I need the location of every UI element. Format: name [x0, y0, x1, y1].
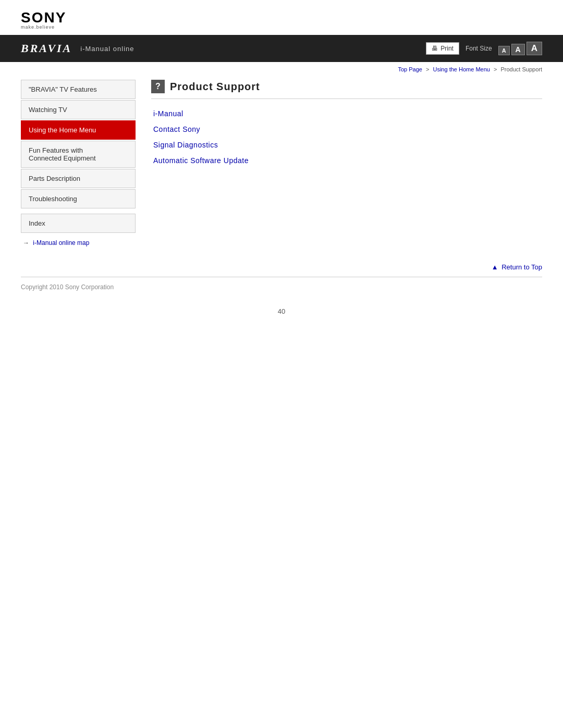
sidebar-map-link-row: → i-Manual online map	[21, 239, 136, 246]
sidebar-item-fun-features-label: Fun Features withConnected Equipment	[29, 146, 96, 162]
link-signal-diagnostics[interactable]: Signal Diagnostics	[153, 141, 542, 149]
sidebar-item-watching-tv[interactable]: Watching TV	[21, 100, 136, 119]
font-size-small-button[interactable]: A	[498, 46, 510, 55]
sidebar-item-troubleshooting-label: Troubleshooting	[29, 195, 77, 203]
font-size-buttons: A A A	[498, 42, 542, 55]
page-number: 40	[0, 297, 563, 326]
page-title-row: ? Product Support	[151, 80, 542, 99]
content-area: ? Product Support i-Manual Contact Sony …	[146, 80, 542, 246]
sidebar-map-arrow: →	[23, 239, 29, 246]
font-size-large-button[interactable]: A	[527, 42, 542, 55]
sidebar-item-parts-description[interactable]: Parts Description	[21, 169, 136, 188]
sidebar-map-link[interactable]: i-Manual online map	[33, 239, 89, 246]
breadcrumb-sep1: >	[426, 66, 429, 72]
sony-logo: SONY make.believe	[21, 9, 66, 30]
bravia-bar-left: BRAVIA i-Manual online	[21, 42, 134, 55]
breadcrumb-sep2: >	[494, 66, 497, 72]
sidebar-item-troubleshooting[interactable]: Troubleshooting	[21, 189, 136, 208]
sidebar-item-watching-label: Watching TV	[29, 106, 67, 114]
font-size-medium-button[interactable]: A	[511, 44, 525, 55]
sidebar-item-bravia-label: "BRAVIA" TV Features	[29, 85, 97, 93]
bravia-subtitle: i-Manual online	[80, 45, 134, 53]
main-content: "BRAVIA" TV Features Watching TV Using t…	[0, 75, 563, 257]
sidebar-item-index-label: Index	[29, 219, 45, 227]
print-label: Print	[440, 45, 454, 52]
return-to-top-label: Return to Top	[501, 263, 542, 271]
sony-wordmark: SONY	[21, 9, 66, 26]
link-automatic-software-update[interactable]: Automatic Software Update	[153, 156, 542, 165]
return-to-top-icon: ▲	[492, 263, 498, 271]
return-to-top-row: ▲ Return to Top	[0, 257, 563, 277]
page-title: Product Support	[170, 81, 260, 93]
sidebar-item-home-menu-label: Using the Home Menu	[29, 126, 96, 134]
print-button[interactable]: 🖶 Print	[426, 42, 459, 55]
breadcrumb-top-page[interactable]: Top Page	[398, 66, 422, 72]
sidebar-item-fun-features[interactable]: Fun Features withConnected Equipment	[21, 141, 136, 168]
breadcrumb: Top Page > Using the Home Menu > Product…	[0, 62, 563, 75]
sidebar-item-parts-label: Parts Description	[29, 175, 80, 182]
content-links: i-Manual Contact Sony Signal Diagnostics…	[151, 109, 542, 165]
return-to-top-link[interactable]: ▲ Return to Top	[492, 263, 542, 271]
sidebar-item-using-home-menu[interactable]: Using the Home Menu	[21, 120, 136, 140]
link-contact-sony[interactable]: Contact Sony	[153, 125, 542, 133]
print-icon: 🖶	[432, 45, 438, 52]
breadcrumb-using-home-menu[interactable]: Using the Home Menu	[433, 66, 489, 72]
bravia-bar-right: 🖶 Print Font Size A A A	[426, 42, 542, 55]
sony-tagline: make.believe	[21, 24, 55, 30]
bravia-logo: BRAVIA	[21, 42, 72, 55]
sidebar: "BRAVIA" TV Features Watching TV Using t…	[21, 80, 136, 246]
content-icon: ?	[151, 80, 165, 93]
bravia-bar: BRAVIA i-Manual online 🖶 Print Font Size…	[0, 35, 563, 62]
footer-copyright: Copyright 2010 Sony Corporation	[0, 277, 563, 297]
font-size-label: Font Size	[466, 45, 492, 52]
top-bar: SONY make.believe	[0, 0, 563, 35]
link-imanual[interactable]: i-Manual	[153, 109, 542, 118]
breadcrumb-current: Product Support	[501, 66, 543, 72]
sidebar-item-index[interactable]: Index	[21, 214, 136, 233]
sidebar-item-bravia-tv-features[interactable]: "BRAVIA" TV Features	[21, 80, 136, 99]
